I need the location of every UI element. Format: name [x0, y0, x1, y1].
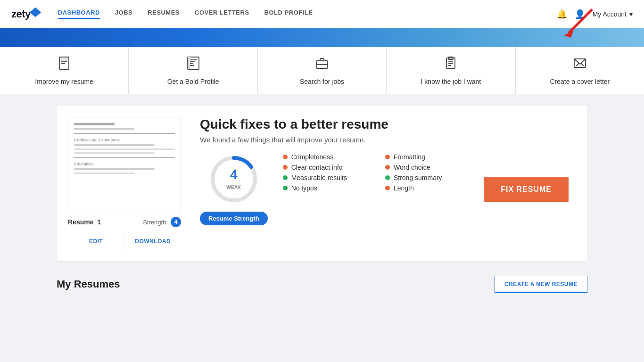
analysis-content: Quick fixes to a better resume We found …: [192, 117, 576, 249]
resume-strength-button[interactable]: Resume Strength: [200, 212, 268, 225]
action-improve-resume-label: Improve my resume: [35, 78, 93, 85]
check-strong-summary: Strong summary: [385, 174, 469, 181]
dot-completeness: [283, 155, 288, 159]
logo[interactable]: zety: [11, 8, 39, 20]
dot-word-choice: [385, 165, 390, 170]
svg-rect-13: [188, 57, 190, 69]
action-cover-letter[interactable]: Create a cover letter: [516, 47, 644, 94]
check-measurable-results: Measurable results: [283, 174, 366, 181]
svg-line-23: [581, 63, 584, 66]
strength-prefix: Strength:: [143, 219, 168, 226]
check-clear-contact: Clear contact info: [283, 164, 366, 171]
strength-number: 4: [171, 217, 181, 227]
resume-thumbnail-section: Professional Experience Education Resume…: [68, 117, 181, 249]
annotation-arrow: [559, 5, 597, 42]
check-length: Length: [385, 184, 469, 192]
resume-analysis-card: Professional Experience Education Resume…: [57, 106, 587, 261]
check-formatting: Formatting: [385, 153, 469, 161]
quick-actions-bar: Improve my resume Get a Bold Profile Sea: [0, 47, 644, 94]
svg-line-0: [569, 9, 592, 33]
letter-icon: [572, 56, 587, 74]
analysis-title: Quick fixes to a better resume: [200, 117, 569, 132]
nav-link-bold-profile[interactable]: BOLD PROFILE: [264, 9, 313, 19]
dot-length: [385, 186, 390, 190]
dot-clear-contact: [283, 165, 288, 170]
my-resumes-title: My Resumes: [57, 278, 120, 290]
download-button[interactable]: DOWNLOAD: [125, 233, 182, 249]
resume-icon: [57, 56, 72, 74]
briefcase-icon: [314, 56, 330, 74]
logo-diamond: [29, 7, 41, 17]
check-completeness: Completeness: [283, 153, 366, 161]
check-label-length: Length: [394, 184, 414, 192]
resume-info-row: Resume_1 Strength: 4: [68, 217, 181, 227]
nav-link-dashboard[interactable]: DASHBOARD: [58, 9, 100, 19]
resume-actions: EDIT DOWNLOAD: [68, 233, 181, 249]
strength-circle: 4 WEAK Resume Strength: [200, 153, 268, 225]
create-resume-button[interactable]: CREATE A NEW RESUME: [495, 276, 587, 293]
navbar: zety DASHBOARD JOBS RESUMES COVER LETTER…: [0, 0, 644, 28]
profile-icon: [186, 56, 201, 74]
check-label-formatting: Formatting: [394, 153, 425, 161]
check-no-typos: No typos: [283, 184, 366, 192]
circle-label: WEAK: [227, 185, 241, 190]
nav-links: DASHBOARD JOBS RESUMES COVER LETTERS BOL…: [58, 9, 557, 19]
thumb-label-experience: Professional Experience: [74, 138, 175, 142]
action-bold-profile-label: Get a Bold Profile: [167, 78, 219, 85]
thumb-label-education: Education: [74, 162, 175, 166]
nav-link-jobs[interactable]: JOBS: [115, 9, 132, 19]
dot-formatting: [385, 155, 390, 159]
dot-strong-summary: [385, 175, 390, 180]
dot-measurable-results: [283, 175, 288, 180]
my-resumes-header: My Resumes CREATE A NEW RESUME: [57, 276, 587, 293]
edit-button[interactable]: EDIT: [68, 233, 125, 249]
blue-banner: [0, 28, 644, 47]
check-label-strong-summary: Strong summary: [394, 174, 442, 181]
check-label-measurable-results: Measurable results: [291, 174, 347, 181]
analysis-body: 4 WEAK Resume Strength Completeness Form…: [200, 153, 569, 225]
analysis-subtitle: We found a few things that will improve …: [200, 136, 569, 144]
strength-badge: Strength: 4: [143, 217, 181, 227]
action-search-jobs-label: Search for jobs: [300, 78, 344, 85]
circle-center: 4 WEAK: [227, 167, 241, 191]
action-search-jobs[interactable]: Search for jobs: [258, 47, 387, 94]
fix-resume-button[interactable]: FIX RESUME: [484, 177, 569, 202]
svg-rect-6: [61, 58, 67, 60]
action-know-job[interactable]: I know the job I want: [387, 47, 515, 94]
logo-text: zety: [11, 8, 31, 20]
check-label-completeness: Completeness: [291, 153, 334, 161]
chevron-down-icon: ▾: [629, 10, 633, 18]
resume-preview: Professional Experience Education: [68, 117, 181, 211]
account-label: My Account: [593, 10, 627, 18]
action-improve-resume[interactable]: Improve my resume: [0, 47, 129, 94]
circle-number: 4: [227, 167, 241, 182]
check-label-word-choice: Word choice: [394, 164, 430, 171]
check-label-clear-contact: Clear contact info: [291, 164, 343, 171]
main-content: Professional Experience Education Resume…: [0, 94, 644, 312]
circle-container: 4 WEAK: [208, 153, 260, 205]
action-bold-profile[interactable]: Get a Bold Profile: [129, 47, 257, 94]
action-cover-letter-label: Create a cover letter: [550, 78, 610, 85]
check-word-choice: Word choice: [385, 164, 469, 171]
action-know-job-label: I know the job I want: [421, 78, 481, 85]
resume-name: Resume_1: [68, 218, 101, 226]
my-account-menu[interactable]: My Account ▾: [593, 10, 633, 18]
nav-link-cover-letters[interactable]: COVER LETTERS: [195, 9, 249, 19]
checklist-grid: Completeness Formatting Clear contact in…: [283, 153, 469, 192]
check-label-no-typos: No typos: [291, 184, 317, 192]
dot-no-typos: [283, 186, 288, 190]
nav-link-resumes[interactable]: RESUMES: [148, 9, 180, 19]
clipboard-icon: [443, 56, 458, 74]
svg-line-22: [576, 63, 579, 66]
